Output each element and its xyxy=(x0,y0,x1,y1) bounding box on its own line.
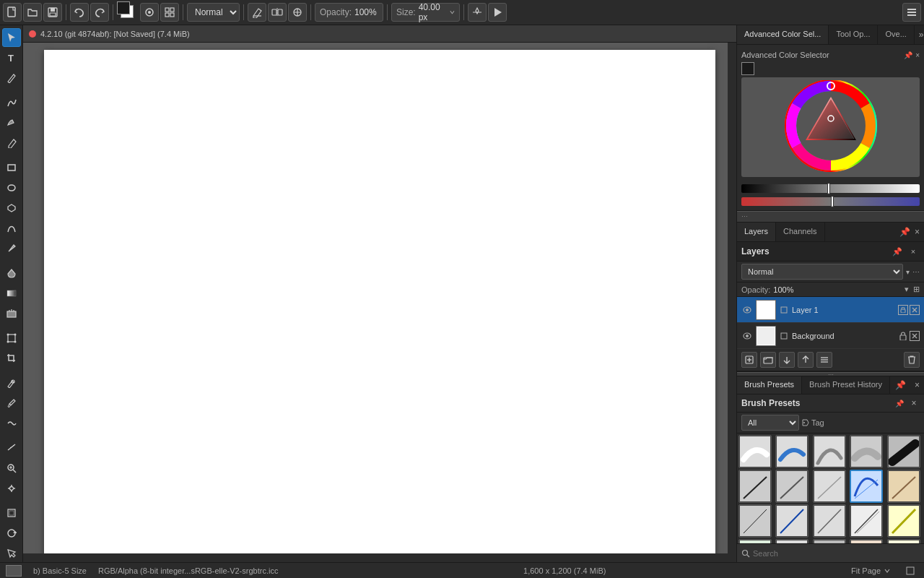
mirror-button[interactable] xyxy=(268,3,287,22)
horizontal-scrollbar[interactable] xyxy=(23,553,728,562)
color-selector-close[interactable]: × xyxy=(915,51,920,59)
brush-item-6[interactable] xyxy=(775,470,808,503)
color-wheel-container[interactable] xyxy=(741,77,920,177)
panel-tabs-more[interactable]: » xyxy=(915,25,924,44)
brush-item-7[interactable] xyxy=(813,470,846,503)
pen-tool-button[interactable] xyxy=(2,239,21,258)
brush-header-pin[interactable]: 📌 xyxy=(894,397,905,409)
status-view-mode[interactable]: Fit Page xyxy=(851,566,891,575)
redo-button[interactable] xyxy=(90,3,109,22)
brush-item-14[interactable] xyxy=(887,504,920,538)
brush-item-3[interactable] xyxy=(850,435,883,468)
layer1-clear-button[interactable] xyxy=(910,305,920,315)
vertical-scrollbar[interactable] xyxy=(728,43,736,562)
crop-tool-button[interactable] xyxy=(2,349,21,368)
background-visibility-toggle[interactable] xyxy=(741,330,753,342)
brush-item-17[interactable] xyxy=(813,539,846,543)
eraser-tool-button[interactable] xyxy=(2,134,21,152)
size-field[interactable]: Size: 40.00 px xyxy=(391,3,460,22)
brush-item-9[interactable] xyxy=(887,470,920,503)
close-panel-icon[interactable]: × xyxy=(915,227,920,237)
brush-header-close[interactable]: × xyxy=(908,397,920,409)
foreground-swatch[interactable] xyxy=(741,62,754,75)
move-layer-up-button[interactable] xyxy=(798,352,814,368)
layers-tabs-more[interactable]: 📌 × xyxy=(895,223,924,241)
shape-rect-button[interactable] xyxy=(2,158,21,177)
more-options-button[interactable] xyxy=(902,3,921,22)
brush-item-5[interactable] xyxy=(738,470,772,503)
calligraphy-tool-button[interactable] xyxy=(2,69,21,87)
shape-polygon-button[interactable] xyxy=(2,199,21,217)
transform-tool-button[interactable] xyxy=(2,329,21,348)
play-button[interactable] xyxy=(488,3,507,22)
layer-blend-select[interactable]: Normal xyxy=(741,264,903,280)
blend-mode-select[interactable]: Normal xyxy=(187,3,240,22)
brush-item-0[interactable] xyxy=(738,435,772,468)
brush-close-btn[interactable]: × xyxy=(910,376,924,394)
wrap-button[interactable] xyxy=(288,3,307,22)
shape-ellipse-button[interactable] xyxy=(2,178,21,197)
smart-fill-button[interactable] xyxy=(2,304,21,323)
add-layer-button[interactable] xyxy=(741,352,757,368)
move-layer-down-button[interactable] xyxy=(779,352,795,368)
brightness-slider[interactable] xyxy=(741,184,920,193)
opacity-options-btn[interactable]: ⊞ xyxy=(913,285,920,294)
brush-item-2[interactable] xyxy=(813,435,846,468)
smear-tool-button[interactable] xyxy=(2,414,21,433)
delete-layer-button[interactable] xyxy=(904,352,920,368)
frame-tool-button[interactable] xyxy=(2,504,21,522)
status-thumb-icon[interactable] xyxy=(6,565,22,577)
brush-item-16[interactable] xyxy=(775,539,808,543)
tab-layers[interactable]: Layers xyxy=(737,223,776,241)
undo-button[interactable] xyxy=(70,3,89,22)
brush-pin-btn[interactable]: 📌 xyxy=(891,376,910,394)
layer1-alpha-lock[interactable] xyxy=(898,305,908,315)
brush-item-15[interactable] xyxy=(738,539,772,543)
erase-button[interactable] xyxy=(248,3,266,22)
layer-item-layer1[interactable]: Layer 1 xyxy=(737,297,924,323)
background-clear-button[interactable] xyxy=(910,331,920,341)
tab-brush-history[interactable]: Brush Preset History xyxy=(802,376,890,394)
layers-close-button[interactable]: × xyxy=(907,245,920,258)
brush-item-13[interactable] xyxy=(850,504,883,538)
brush-preset-button[interactable] xyxy=(140,3,159,22)
drawing-canvas[interactable] xyxy=(44,50,715,556)
hue-slider[interactable] xyxy=(741,197,920,206)
paint-tool-button[interactable] xyxy=(2,113,21,132)
stabilizer-button[interactable] xyxy=(468,3,487,22)
eyedropper-button[interactable] xyxy=(2,394,21,413)
text-tool-button[interactable]: T xyxy=(2,48,21,67)
hue-slider-thumb[interactable] xyxy=(831,196,834,207)
brush-item-1[interactable] xyxy=(775,435,808,468)
layer-settings-button[interactable] xyxy=(816,352,832,368)
freehand-tool-button[interactable] xyxy=(2,93,21,112)
selection-tool-button[interactable] xyxy=(2,28,21,47)
tab-brush-presets[interactable]: Brush Presets xyxy=(737,376,802,394)
brush-filter-select[interactable]: All xyxy=(741,415,799,431)
blend-arrow-options[interactable]: ⋯ xyxy=(912,268,920,276)
brightness-slider-thumb[interactable] xyxy=(827,183,830,194)
save-button[interactable] xyxy=(43,3,62,22)
brush-item-8[interactable] xyxy=(850,470,883,503)
tab-overview[interactable]: Ove... xyxy=(878,25,914,44)
status-expand-button[interactable] xyxy=(902,565,918,577)
opacity-expand-btn[interactable]: ▾ xyxy=(905,285,909,294)
layers-pin-button[interactable]: 📌 xyxy=(891,245,904,258)
brush-search-input[interactable] xyxy=(753,549,920,558)
color-selector-pin[interactable]: 📌 xyxy=(904,51,912,59)
tab-advanced-color[interactable]: Advanced Color Sel... xyxy=(737,25,829,44)
brush-tag-button[interactable]: Tag xyxy=(802,418,824,427)
new-file-button[interactable] xyxy=(3,3,22,22)
opacity-field[interactable]: Opacity: 100% xyxy=(315,3,383,22)
blend-arrow-down[interactable]: ▾ xyxy=(906,268,910,276)
brush-item-10[interactable] xyxy=(738,504,772,538)
selector-tool-button[interactable] xyxy=(2,544,21,562)
open-file-button[interactable] xyxy=(23,3,42,22)
pan-tool-button[interactable] xyxy=(2,479,21,498)
brush-item-4[interactable] xyxy=(887,435,920,468)
gradient-tool-button[interactable] xyxy=(2,284,21,303)
grid-button[interactable] xyxy=(160,3,179,22)
brush-item-12[interactable] xyxy=(813,504,846,538)
bezier-tool-button[interactable] xyxy=(2,219,21,238)
layer1-visibility-toggle[interactable] xyxy=(741,304,753,316)
